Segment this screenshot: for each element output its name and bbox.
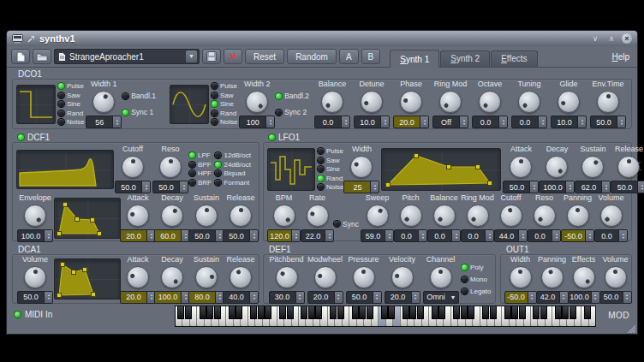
spinbox-arrows[interactable]: ▲▼	[451, 230, 460, 241]
lfo-envelope-display[interactable]	[381, 148, 501, 191]
piano-black-key[interactable]	[315, 306, 322, 319]
piano-black-key[interactable]	[438, 306, 445, 319]
combo-dropdown-icon[interactable]: ▼	[186, 50, 197, 62]
value-sustain[interactable]: 50.0▲▼	[188, 229, 224, 242]
knob-dial[interactable]	[350, 156, 373, 178]
value-tuning[interactable]: 0.0▲▼	[511, 116, 547, 128]
lfo1-led[interactable]	[269, 134, 275, 140]
knob-volume[interactable]: Volume50.0▲▼	[16, 255, 54, 304]
knob-dial[interactable]	[122, 156, 144, 178]
knob-dial[interactable]	[246, 91, 268, 113]
piano-white-key[interactable]	[379, 306, 385, 326]
spinbox-arrows[interactable]: ▲▼	[623, 292, 631, 303]
value-pressure[interactable]: 50.0▲▼	[346, 291, 382, 304]
knob-dial[interactable]	[430, 266, 452, 288]
value-width-2[interactable]: 100▲▼	[239, 116, 275, 128]
knob-dial[interactable]	[273, 205, 295, 227]
spinbox-arrows[interactable]: ▲▼	[591, 292, 599, 303]
value-sweep[interactable]: 59.0▲▼	[361, 229, 394, 242]
knob-dial[interactable]	[159, 156, 182, 178]
piano-black-key[interactable]	[468, 306, 474, 319]
knob-bpm[interactable]: BPM120.0▲▼	[267, 193, 301, 242]
value-ring-mod[interactable]: Off▲▼	[432, 116, 468, 128]
knob-release[interactable]: Release40.0▲▼	[224, 255, 258, 304]
knob-width-1[interactable]: Width 156▲▼	[85, 80, 122, 128]
spinbox-arrows[interactable]: ▲▼	[601, 181, 610, 193]
radio-sine[interactable]: Sine	[58, 100, 85, 108]
radio-rand[interactable]: Rand	[318, 175, 343, 182]
spinbox-arrows[interactable]: ▲▼	[385, 230, 393, 241]
radio-24db-oct[interactable]: 24dB/oct	[215, 161, 255, 169]
piano-white-key[interactable]	[581, 306, 588, 326]
piano-black-key[interactable]	[417, 306, 424, 319]
value-detune[interactable]: 10.0▲▼	[354, 116, 390, 128]
knob-decay[interactable]: Decay100.0▲▼	[539, 145, 575, 193]
piano-white-key[interactable]	[429, 306, 436, 326]
knob-attack[interactable]: Attack50.0▲▼	[503, 145, 539, 193]
knob-reso[interactable]: Reso0.0▲▼	[528, 193, 561, 242]
piano-black-key[interactable]	[359, 306, 366, 319]
value-release[interactable]: 50.0▲▼	[223, 229, 259, 242]
knob-dial[interactable]	[361, 91, 383, 113]
knob-dial[interactable]	[534, 205, 556, 227]
save-preset-button[interactable]	[202, 49, 221, 64]
osc1-wave-display[interactable]	[16, 85, 56, 124]
radio-pulse[interactable]: Pulse	[58, 82, 85, 90]
knob-panning[interactable]: Panning42.0▲▼	[536, 255, 568, 304]
spinbox-arrows[interactable]: ▲▼	[373, 292, 381, 303]
knob-decay[interactable]: Decay100.0▲▼	[155, 255, 189, 304]
piano-black-key[interactable]	[330, 306, 337, 319]
compare-a-button[interactable]: A	[339, 49, 359, 64]
filter-envelope-display[interactable]	[54, 198, 121, 239]
spinbox-arrows[interactable]: ▲▼	[538, 116, 546, 128]
knob-effects[interactable]: Effects100.0▲▼	[568, 255, 599, 304]
value-reso[interactable]: 50.0▲▼	[152, 181, 188, 193]
knob-dial[interactable]	[558, 91, 580, 113]
knob-sweep[interactable]: Sweep59.0▲▼	[361, 193, 394, 242]
check-bandl-1[interactable]: Bandl.1	[122, 92, 156, 100]
knob-reso[interactable]: Reso50.0▲▼	[152, 145, 189, 193]
piano-white-key[interactable]	[451, 306, 458, 326]
knob-sustain[interactable]: Sustain50.0▲▼	[189, 193, 224, 242]
knob-cutoff[interactable]: Cutoff50.0▲▼	[114, 145, 152, 193]
piano-white-key[interactable]	[176, 306, 182, 326]
radio-sine[interactable]: Sine	[318, 165, 343, 173]
mod-button[interactable]: MOD	[608, 311, 629, 320]
open-preset-button[interactable]	[33, 49, 51, 64]
spinbox-arrows[interactable]: ▲▼	[459, 116, 468, 128]
tab-effects[interactable]: Effects	[491, 50, 537, 67]
knob-ring-mod[interactable]: Ring ModOff▲▼	[431, 80, 470, 128]
piano-black-key[interactable]	[482, 306, 489, 319]
radio-formant[interactable]: Formant	[215, 179, 255, 187]
value-panning[interactable]: -50.0▲▼	[561, 229, 594, 242]
knob-dial[interactable]	[439, 91, 462, 113]
piano-white-key[interactable]	[552, 306, 559, 326]
piano-black-key[interactable]	[562, 306, 569, 319]
knob-volume[interactable]: Volume0.0▲▼	[594, 193, 628, 242]
radio-12db-oct[interactable]: 12dB/oct	[215, 151, 255, 159]
spinbox-arrows[interactable]: ▲▼	[420, 116, 428, 128]
knob-pitchbend[interactable]: Pitchbend30.0▲▼	[267, 255, 306, 304]
piano-white-key[interactable]	[299, 306, 306, 326]
piano-black-key[interactable]	[367, 306, 373, 319]
spinbox-arrows[interactable]: ▲▼	[518, 230, 527, 241]
piano-black-key[interactable]	[301, 306, 307, 319]
radio-pulse[interactable]: Pulse	[212, 82, 238, 90]
value-width[interactable]: -50.0▲▼	[504, 291, 537, 304]
value-envelope[interactable]: 100.0▲▼	[17, 229, 53, 242]
knob-dial[interactable]	[546, 156, 568, 178]
radio-bpf[interactable]: BPF	[189, 161, 215, 169]
knob-dial[interactable]	[367, 205, 389, 227]
spinbox-arrows[interactable]: ▲▼	[291, 230, 300, 241]
spinbox-arrows[interactable]: ▲▼	[618, 230, 627, 241]
spinbox-arrows[interactable]: ▲▼	[411, 292, 420, 303]
spinbox-arrows[interactable]: ▲▼	[112, 116, 121, 128]
piano-black-key[interactable]	[432, 306, 438, 319]
piano-black-key[interactable]	[533, 306, 540, 319]
value-sustain[interactable]: 62.0▲▼	[575, 181, 611, 193]
piano-black-key[interactable]	[185, 306, 192, 319]
piano-white-key[interactable]	[248, 306, 255, 326]
piano-black-key[interactable]	[540, 306, 547, 319]
spinbox-arrows[interactable]: ▲▼	[637, 181, 644, 193]
knob-panning[interactable]: Panning-50.0▲▼	[561, 193, 594, 242]
